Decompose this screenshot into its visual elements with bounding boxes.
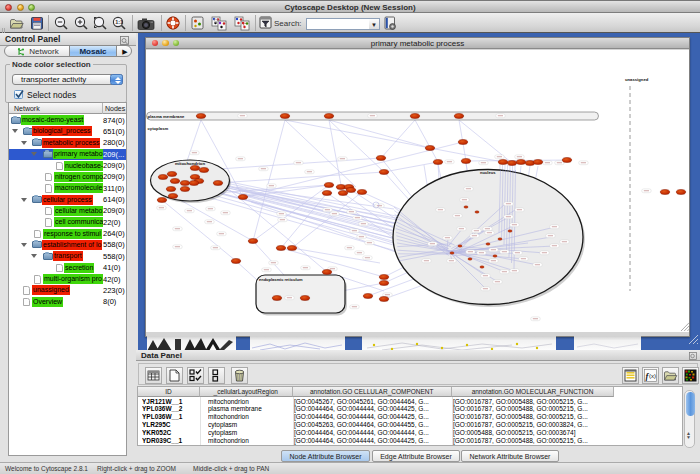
svg-text:mitochondrion: mitochondrion: [175, 161, 205, 166]
svg-text:nucleus: nucleus: [480, 170, 496, 175]
svg-text:unassigned: unassigned: [625, 77, 649, 82]
svg-text:endoplasmic reticulum: endoplasmic reticulum: [259, 277, 303, 282]
svg-text:cytoplasm: cytoplasm: [148, 126, 169, 131]
svg-text:(x): (x): [649, 373, 656, 379]
svg-text:plasma membrane: plasma membrane: [148, 114, 185, 119]
svg-text:1:1: 1:1: [115, 19, 123, 25]
